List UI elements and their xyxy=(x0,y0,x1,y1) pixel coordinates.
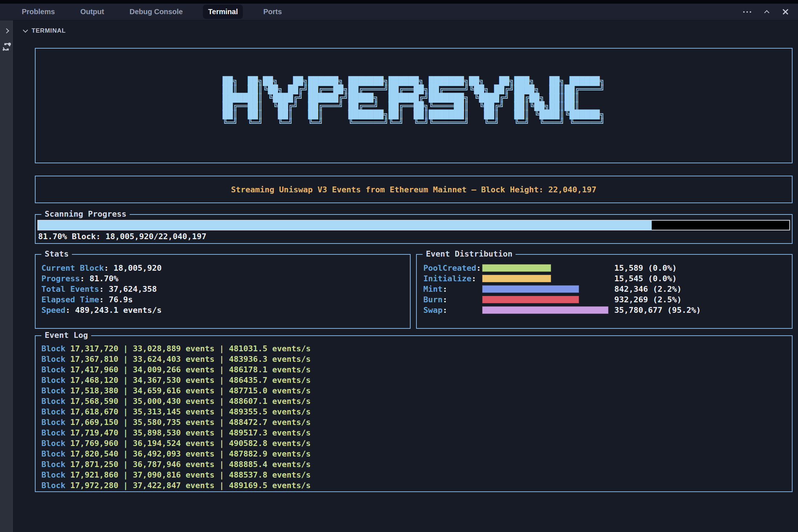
panel-actions xyxy=(743,9,789,15)
terminal-header-label: TERMINAL xyxy=(32,27,66,34)
stat-total-events: Total Events: 37,624,358 xyxy=(41,284,410,294)
terminal-header: TERMINAL xyxy=(13,20,798,41)
log-row: Block 17,669,150 | 35,580,735 events | 4… xyxy=(41,417,792,427)
log-row: Block 17,769,960 | 36,194,524 events | 4… xyxy=(41,438,792,449)
stat-elapsed-time: Elapsed Time: 76.9s xyxy=(41,294,410,305)
log-row: Block 17,972,280 | 37,422,847 events | 4… xyxy=(41,480,792,491)
log-row: Block 17,317,720 | 33,028,889 events | 4… xyxy=(41,343,792,354)
tab-ports[interactable]: Ports xyxy=(258,5,287,19)
stat-current-block: Current Block: 18,005,920 xyxy=(41,263,410,273)
log-row: Block 17,367,810 | 33,624,403 events | 4… xyxy=(41,354,792,364)
dist-bar-swap xyxy=(482,306,608,314)
stream-banner-text: Streaming Uniswap V3 Events from Ethereu… xyxy=(231,185,597,194)
log-row: Block 17,921,860 | 37,090,816 events | 4… xyxy=(41,470,792,480)
log-row: Block 17,871,250 | 36,787,946 events | 4… xyxy=(41,459,792,470)
more-actions-icon[interactable] xyxy=(743,11,751,13)
tab-output[interactable]: Output xyxy=(75,5,109,19)
dist-bar-burn xyxy=(482,296,579,303)
event-distribution-box: Event Distribution PoolCreated: 15,589 (… xyxy=(416,254,793,329)
dist-row-burn: Burn: 932,269 (2.5%) xyxy=(423,294,792,305)
progress-bar xyxy=(37,220,790,230)
dist-bar-mint xyxy=(482,285,579,293)
dist-row-mint: Mint: 842,346 (2.2%) xyxy=(423,284,792,294)
terminal-panel: TERMINAL ██╗ ██╗██╗ ██╗██████╗ ███████╗█… xyxy=(13,20,798,532)
progress-label: 81.70% Block: 18,005,920/22,040,197 xyxy=(37,232,790,241)
stat-speed: Speed: 489,243.1 events/s xyxy=(41,305,410,315)
terminal-output: ██╗ ██╗██╗ ██╗██████╗ ███████╗██████╗ ██… xyxy=(13,41,798,492)
event-log-title: Event Log xyxy=(41,331,91,340)
chevron-right-icon[interactable] xyxy=(4,28,9,33)
terminal-side-rail xyxy=(0,20,13,532)
panel-tabbar: Problems Output Debug Console Terminal P… xyxy=(0,4,798,20)
log-row: Block 17,618,670 | 35,313,145 events | 4… xyxy=(41,406,792,417)
dist-row-swap: Swap: 35,780,677 (95.2%) xyxy=(423,305,792,315)
event-distribution-title: Event Distribution xyxy=(423,249,516,259)
stats-title: Stats xyxy=(41,249,72,259)
dist-bar-initialize xyxy=(482,275,551,282)
log-row: Block 17,518,380 | 34,659,616 events | 4… xyxy=(41,385,792,396)
log-row: Block 17,820,540 | 36,492,093 events | 4… xyxy=(41,449,792,459)
event-log-box: Event Log Block 17,317,720 | 33,028,889 … xyxy=(35,335,793,492)
dist-bar-poolcreated xyxy=(482,264,551,272)
vscode-panel: Problems Output Debug Console Terminal P… xyxy=(0,0,798,532)
tab-debug-console[interactable]: Debug Console xyxy=(125,5,188,19)
window-top-strip xyxy=(0,0,798,4)
maximize-panel-icon[interactable] xyxy=(764,10,769,15)
log-row: Block 17,719,470 | 35,898,530 events | 4… xyxy=(41,427,792,438)
stream-banner-box: Streaming Uniswap V3 Events from Ethereu… xyxy=(35,176,793,203)
scanning-progress-box: Scanning Progress 81.70% Block: 18,005,9… xyxy=(35,214,793,244)
chevron-down-icon[interactable] xyxy=(23,28,28,33)
log-row: Block 17,568,590 | 35,000,430 events | 4… xyxy=(41,396,792,406)
hypersync-ascii-art: ██╗ ██╗██╗ ██╗██████╗ ███████╗██████╗ ██… xyxy=(223,77,604,127)
stats-box: Stats Current Block: 18,005,920 Progress… xyxy=(35,254,411,329)
ascii-art-box: ██╗ ██╗██╗ ██╗██████╗ ███████╗██████╗ ██… xyxy=(35,48,793,163)
log-row: Block 17,468,120 | 34,367,530 events | 4… xyxy=(41,375,792,385)
progress-bar-fill xyxy=(38,221,652,230)
tab-terminal[interactable]: Terminal xyxy=(203,5,243,19)
tab-problems[interactable]: Problems xyxy=(17,5,60,19)
sync-icon[interactable] xyxy=(2,42,11,52)
log-row: Block 17,417,960 | 34,009,266 events | 4… xyxy=(41,364,792,375)
dist-row-poolcreated: PoolCreated: 15,589 (0.0%) xyxy=(423,263,792,273)
dist-row-initialize: Initialize: 15,545 (0.0%) xyxy=(423,273,792,284)
close-panel-icon[interactable] xyxy=(782,9,789,15)
scanning-progress-title: Scanning Progress xyxy=(41,209,130,219)
stat-progress: Progress: 81.70% xyxy=(41,273,410,284)
